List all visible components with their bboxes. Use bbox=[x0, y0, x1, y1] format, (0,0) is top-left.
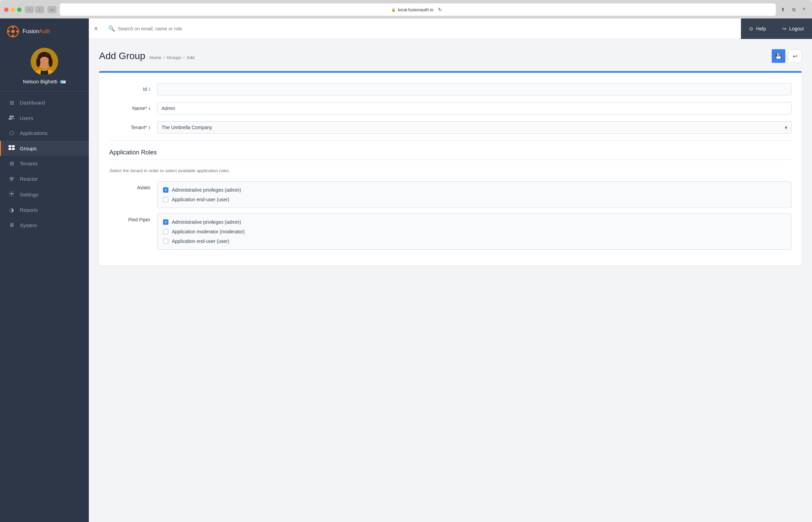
maximize-button[interactable] bbox=[17, 8, 22, 12]
sidebar-item-label: Reports bbox=[20, 207, 74, 213]
section-divider-2 bbox=[109, 160, 792, 160]
dashboard-icon: ⊞ bbox=[8, 99, 15, 106]
piedpiper-app-name: Pied Piper bbox=[109, 214, 157, 222]
help-button[interactable]: ⊙ Help bbox=[741, 18, 774, 39]
menu-toggle-button[interactable]: ≡ bbox=[89, 26, 103, 32]
breadcrumb-sep-2: / bbox=[183, 55, 184, 60]
svg-point-8 bbox=[39, 57, 50, 69]
fusionauth-logo-icon bbox=[7, 25, 19, 38]
sidebar-item-reports[interactable]: ◑ Reports ‹ bbox=[0, 202, 89, 218]
svg-point-9 bbox=[36, 57, 40, 67]
application-roles-section: Application Roles Select the tenant in o… bbox=[109, 149, 792, 250]
svg-rect-16 bbox=[12, 148, 15, 150]
aviato-app-name: Aviato bbox=[109, 181, 157, 190]
tenant-select[interactable]: The Umbrella Company bbox=[157, 121, 792, 134]
reactor-icon: ☢ bbox=[8, 176, 15, 182]
close-button[interactable] bbox=[4, 8, 9, 12]
sidebar-item-users[interactable]: Users bbox=[0, 110, 89, 125]
name-info-icon[interactable]: ℹ bbox=[149, 106, 150, 111]
piedpiper-role-row-1: Application moderator (moderator) bbox=[163, 227, 786, 236]
sidebar-toggle-button[interactable]: ▭ bbox=[47, 6, 56, 13]
logout-label: Logout bbox=[789, 26, 804, 31]
id-input[interactable] bbox=[157, 83, 792, 95]
breadcrumb-groups[interactable]: Groups bbox=[167, 55, 181, 60]
system-icon: 🖥 bbox=[8, 222, 15, 228]
duplicate-button[interactable]: ⧉ bbox=[789, 5, 798, 14]
back-button[interactable]: ↩ bbox=[788, 49, 802, 63]
search-icon: 🔍 bbox=[108, 25, 115, 32]
aviato-role-label-1: Application end-user (user) bbox=[172, 197, 229, 202]
save-button[interactable]: 💾 bbox=[772, 49, 785, 63]
sidebar-item-applications[interactable]: ⬡ Applications bbox=[0, 125, 89, 141]
sidebar-item-groups[interactable]: Groups bbox=[0, 141, 89, 156]
sidebar-item-system[interactable]: 🖥 System ‹ bbox=[0, 218, 89, 233]
id-form-row: Id ℹ bbox=[109, 83, 792, 95]
address-bar[interactable]: 🔒 local.fusionauth.io ↻ bbox=[60, 3, 776, 16]
reports-arrow-icon: ‹ bbox=[79, 208, 81, 212]
piedpiper-role-checkbox-0[interactable] bbox=[163, 219, 168, 225]
sidebar-item-tenants[interactable]: ⊞ Tenants bbox=[0, 156, 89, 171]
forward-nav-button[interactable]: › bbox=[35, 6, 44, 13]
sidebar-logo: FusionAuth bbox=[0, 18, 89, 44]
share-button[interactable]: ⬆ bbox=[779, 5, 787, 14]
svg-point-17 bbox=[11, 193, 13, 195]
section-title: Application Roles bbox=[109, 149, 792, 156]
logout-button[interactable]: ↪ Logout bbox=[774, 18, 812, 39]
aviato-roles-box: Administrative privileges (admin) Applic… bbox=[157, 181, 792, 208]
form-card: Id ℹ Name* ℹ bbox=[99, 71, 802, 265]
tenant-control: The Umbrella Company bbox=[157, 121, 792, 134]
system-arrow-icon: ‹ bbox=[79, 223, 81, 227]
sidebar-item-settings[interactable]: Settings ‹ bbox=[0, 187, 89, 202]
reports-icon: ◑ bbox=[8, 207, 15, 213]
piedpiper-role-checkbox-2[interactable] bbox=[163, 238, 168, 244]
settings-arrow-icon: ‹ bbox=[79, 192, 81, 196]
page-actions: 💾 ↩ bbox=[772, 49, 802, 63]
tenants-icon: ⊞ bbox=[8, 160, 15, 167]
aviato-role-checkbox-0[interactable] bbox=[163, 187, 168, 193]
tenant-label: Tenant* ℹ bbox=[109, 121, 157, 130]
tenant-info-icon[interactable]: ℹ bbox=[149, 125, 150, 130]
breadcrumb-home[interactable]: Home bbox=[149, 55, 161, 60]
name-form-row: Name* ℹ bbox=[109, 102, 792, 114]
sidebar-item-label: Tenants bbox=[20, 161, 81, 166]
page-title-area: Add Group Home / Groups / Add bbox=[99, 51, 194, 61]
page-title: Add Group bbox=[99, 51, 145, 61]
users-icon bbox=[8, 115, 15, 121]
sidebar-user: Nelson Bighetti 🪪 bbox=[0, 44, 89, 92]
sidebar-item-reactor[interactable]: ☢ Reactor bbox=[0, 171, 89, 187]
user-card-icon[interactable]: 🪪 bbox=[60, 79, 66, 84]
id-label-text: Id bbox=[143, 86, 147, 92]
new-tab-button[interactable]: + bbox=[800, 5, 808, 13]
logo-auth: Auth bbox=[39, 28, 50, 34]
aviato-role-row-1: Application end-user (user) bbox=[163, 195, 786, 204]
svg-point-2 bbox=[12, 26, 14, 28]
aviato-roles-row: Aviato Administrative privileges (admin)… bbox=[109, 181, 792, 208]
sidebar-item-label: Settings bbox=[20, 192, 74, 197]
minimize-button[interactable] bbox=[11, 8, 15, 12]
logo-fusion: Fusion bbox=[23, 28, 39, 34]
search-input[interactable] bbox=[118, 26, 735, 31]
svg-rect-13 bbox=[9, 145, 11, 147]
sidebar-nav: ⊞ Dashboard Users ⬡ Applications Groups bbox=[0, 92, 89, 522]
piedpiper-role-checkbox-1[interactable] bbox=[163, 229, 168, 234]
svg-rect-14 bbox=[9, 148, 11, 150]
aviato-role-label-0: Administrative privileges (admin) bbox=[172, 187, 241, 193]
name-input[interactable] bbox=[157, 102, 792, 114]
sidebar-item-dashboard[interactable]: ⊞ Dashboard bbox=[0, 95, 89, 110]
breadcrumb-sep-1: / bbox=[163, 55, 165, 60]
name-label-text: Name* bbox=[132, 106, 147, 111]
piedpiper-role-label-0: Administrative privileges (admin) bbox=[172, 219, 241, 225]
aviato-role-checkbox-1[interactable] bbox=[163, 197, 168, 202]
breadcrumb: Home / Groups / Add bbox=[149, 55, 194, 60]
svg-point-1 bbox=[11, 30, 15, 33]
reload-button[interactable]: ↻ bbox=[436, 5, 444, 14]
name-label: Name* ℹ bbox=[109, 102, 157, 111]
applications-icon: ⬡ bbox=[8, 130, 15, 136]
help-label: Help bbox=[756, 26, 766, 31]
sidebar-item-label: Users bbox=[20, 115, 81, 121]
svg-point-4 bbox=[8, 30, 10, 32]
tenant-form-row: Tenant* ℹ The Umbrella Company bbox=[109, 121, 792, 134]
id-info-icon[interactable]: ℹ bbox=[149, 87, 150, 92]
top-bar: ≡ 🔍 ⊙ Help ↪ Logout bbox=[89, 18, 812, 39]
back-nav-button[interactable]: ‹ bbox=[25, 6, 34, 13]
